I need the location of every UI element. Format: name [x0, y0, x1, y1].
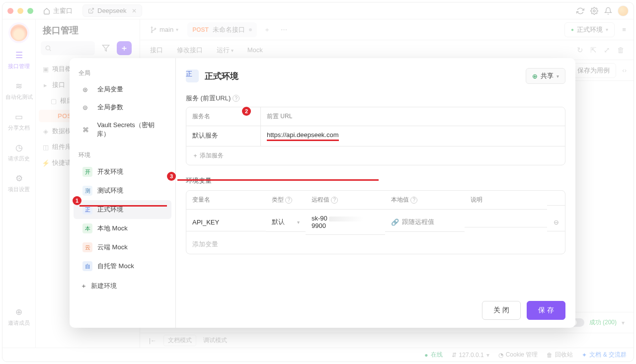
link-icon: 🔗	[391, 218, 399, 226]
col-var-desc: 说明	[465, 191, 547, 210]
service-url-cell[interactable]: https://api.deepseek.com	[261, 126, 565, 146]
environment-modal: ✕ 全局 ⊛ 全局变量 ⊚ 全局参数 ⌘ Vault Secrets（密钥库） …	[70, 58, 575, 328]
annotation-underline-3	[177, 179, 379, 181]
env-item-label: 自托管 Mock	[97, 262, 134, 271]
sidebar-item-env-4[interactable]: 云云端 Mock	[74, 238, 171, 257]
sidebar-item-env-3[interactable]: 本本地 Mock	[74, 219, 171, 238]
modal-content: 正 正式环境 ⊕ 共享 ▾ 服务 (前置URL)? 服务名 前置 URL 默认服…	[176, 58, 575, 328]
env-badge-icon: 本	[82, 223, 92, 233]
sidebar-item-vault[interactable]: ⌘ Vault Secrets（密钥库）	[74, 116, 171, 143]
env-badge-icon: 正	[186, 70, 199, 82]
var-local-cell[interactable]: 🔗 跟随远程值	[385, 213, 465, 232]
new-environment-button[interactable]: ＋ 新建环境	[74, 276, 171, 296]
section-services: 服务 (前置URL)?	[186, 94, 565, 103]
share-button[interactable]: ⊕ 共享 ▾	[526, 68, 565, 84]
group-env: 环境	[74, 148, 171, 162]
env-item-label: 云端 Mock	[97, 243, 128, 252]
env-item-label: 测试环境	[97, 186, 123, 195]
env-badge-icon: 测	[82, 186, 92, 196]
env-badge-icon: 开	[82, 167, 92, 177]
sidebar-item-global-vars[interactable]: ⊛ 全局变量	[74, 80, 171, 98]
env-vars-table: 变量名 类型 ? 远程值 ? 本地值 ? 说明 API_KEY 默认▾ sk-9…	[186, 190, 565, 254]
sidebar-item-env-2[interactable]: 正正式环境	[74, 200, 171, 219]
annotation-3: 3	[167, 172, 176, 181]
service-row: 默认服务 https://api.deepseek.com	[186, 126, 565, 146]
group-global: 全局	[74, 66, 171, 80]
app-window: 主窗口 Deepseek ✕ ☰ 接口管理 ≋ 自动化测试	[2, 2, 634, 362]
annotation-2: 2	[242, 107, 251, 116]
modal-sidebar: 全局 ⊛ 全局变量 ⊚ 全局参数 ⌘ Vault Secrets（密钥库） 环境…	[70, 58, 176, 328]
sidebar-item-global-params[interactable]: ⊚ 全局参数	[74, 98, 171, 116]
var-type-cell[interactable]: 默认▾	[266, 213, 306, 232]
add-variable-row[interactable]: 添加变量	[186, 235, 565, 254]
chevron-down-icon: ▾	[556, 73, 559, 79]
env-badge-icon: 自	[82, 261, 92, 271]
help-icon[interactable]: ?	[285, 197, 292, 204]
chevron-down-icon: ▾	[297, 219, 300, 225]
col-var-local: 本地值 ?	[385, 191, 465, 210]
modal-footer: 关 闭 保 存	[186, 293, 565, 320]
help-icon[interactable]: ?	[410, 197, 417, 204]
col-var-name: 变量名	[186, 191, 266, 210]
help-icon[interactable]: ?	[331, 197, 338, 204]
var-remote-cell[interactable]: sk-909900	[306, 210, 385, 235]
section-env-vars: 环境变量	[186, 176, 565, 185]
services-table: 服务名 前置 URL 默认服务 https://api.deepseek.com…	[186, 107, 565, 165]
save-button[interactable]: 保 存	[527, 301, 565, 320]
col-base-url: 前置 URL	[261, 107, 565, 126]
var-row: API_KEY 默认▾ sk-909900 🔗 跟随远程值 ⊖	[186, 210, 565, 235]
globe-icon: ⊛	[82, 86, 92, 93]
plus-icon: ＋	[80, 282, 87, 291]
col-var-type: 类型 ?	[266, 191, 306, 210]
sidebar-item-env-1[interactable]: 测测试环境	[74, 181, 171, 200]
help-icon[interactable]: ?	[233, 95, 239, 102]
annotation-1: 1	[73, 196, 81, 205]
cancel-button[interactable]: 关 闭	[482, 301, 521, 320]
sidebar-item-env-5[interactable]: 自自托管 Mock	[74, 257, 171, 276]
service-name-cell[interactable]: 默认服务	[186, 126, 261, 146]
delete-var-button[interactable]: ⊖	[547, 214, 565, 231]
key-icon: ⌘	[82, 126, 92, 134]
env-badge-icon: 云	[82, 242, 92, 252]
sidebar-item-env-0[interactable]: 开开发环境	[74, 162, 171, 181]
annotation-underline-1	[80, 205, 167, 207]
var-name-cell[interactable]: API_KEY	[186, 214, 266, 231]
env-item-label: 本地 Mock	[97, 224, 128, 233]
modal-title: 正式环境	[205, 71, 238, 82]
env-item-label: 开发环境	[97, 167, 123, 176]
col-var-remote: 远程值 ?	[306, 191, 385, 210]
globe-share-icon: ⊕	[532, 73, 538, 80]
params-icon: ⊚	[82, 104, 92, 111]
var-desc-cell[interactable]	[465, 217, 547, 227]
add-service-button[interactable]: ＋ 添加服务	[186, 146, 565, 165]
